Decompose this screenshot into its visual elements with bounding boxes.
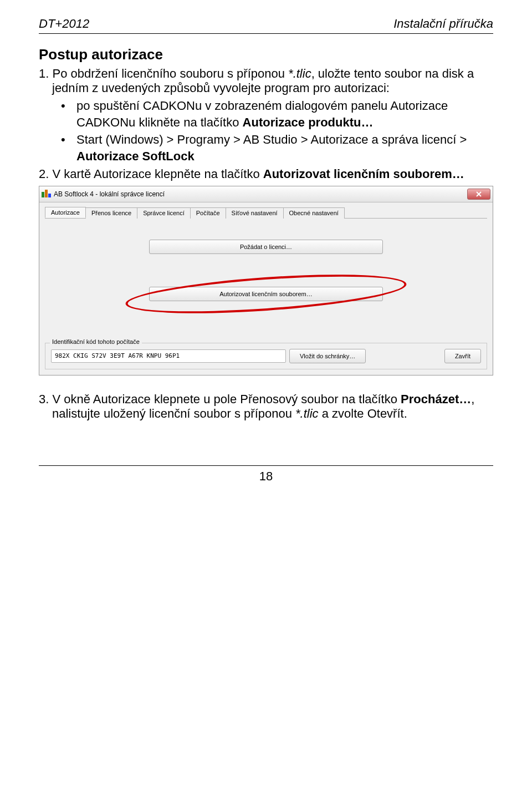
request-license-button[interactable]: Požádat o licenci… xyxy=(149,240,383,254)
step-2-prefix: 2. V kartě Autorizace klepněte na tlačít… xyxy=(39,167,263,181)
document-page: DT+2012 Instalační příručka Postup autor… xyxy=(0,0,532,812)
tab-obecne-nastaveni[interactable]: Obecné nastavení xyxy=(283,207,345,219)
page-number: 18 xyxy=(259,469,273,483)
tab-spravce-licenci[interactable]: Správce licencí xyxy=(137,207,191,219)
bullet-2-bold: Autorizace SoftLock xyxy=(76,149,195,163)
header-rule xyxy=(39,33,493,34)
id-code-group: Identifikační kód tohoto počítače 982X C… xyxy=(45,343,487,369)
dialog-window: AB Softlock 4 - lokální správce licencí … xyxy=(39,186,493,375)
dialog-body: Autorizace Přenos licence Správce licenc… xyxy=(39,202,493,375)
step-2: 2. V kartě Autorizace klepněte na tlačít… xyxy=(52,167,493,181)
step-3: 3. V okně Autorizace klepnete u pole Pře… xyxy=(52,392,493,421)
step-3-prefix: 3. V okně Autorizace klepnete u pole Pře… xyxy=(39,392,401,406)
clipboard-button[interactable]: Vložit do schránky… xyxy=(289,349,366,363)
tab-strip: Autorizace Přenos licence Správce licenc… xyxy=(45,207,487,219)
authorize-file-button[interactable]: Autorizovat licenčním souborem… xyxy=(149,287,383,301)
app-icon xyxy=(42,190,50,199)
tab-prenos-licence[interactable]: Přenos licence xyxy=(85,207,137,219)
authorize-area: Autorizovat licenčním souborem… xyxy=(67,282,465,306)
page-footer: 18 xyxy=(39,465,493,484)
header-right: Instalační příručka xyxy=(393,17,493,31)
bullet-list: po spuštění CADKONu v zobrazeném dialogo… xyxy=(61,98,493,165)
bullet-2-text: Start (Windows) > Programy > AB Studio >… xyxy=(76,133,467,146)
close-icon xyxy=(475,191,482,197)
close-dialog-button[interactable]: Zavřít xyxy=(444,349,481,363)
tab-pocitace[interactable]: Počítače xyxy=(190,207,226,219)
step-3-ext: *.tlic xyxy=(295,407,319,420)
step-1-ext: *.tlic xyxy=(288,67,311,80)
bullet-1-bold: Autorizace produktu… xyxy=(243,115,374,129)
titlebar: AB Softlock 4 - lokální správce licencí xyxy=(39,186,493,202)
step-3-bold1: Procházet… xyxy=(401,392,471,406)
step-3-tail: a zvolte Otevřít. xyxy=(319,407,407,420)
bullet-1: po spuštění CADKONu v zobrazeném dialogo… xyxy=(61,98,493,130)
step-1-prefix: 1. Po obdržení licenčního souboru s příp… xyxy=(39,67,288,80)
running-header: DT+2012 Instalační příručka xyxy=(39,17,493,31)
bullet-2: Start (Windows) > Programy > AB Studio >… xyxy=(61,131,493,164)
dialog-middle: Požádat o licenci… Autorizovat licenčním… xyxy=(45,229,487,339)
window-title: AB Softlock 4 - lokální správce licencí xyxy=(54,190,467,198)
id-code-legend: Identifikační kód tohoto počítače xyxy=(50,338,142,345)
id-code-row: 982X CKIG S72V 3E9T A67R KNPU 96P1 Vloži… xyxy=(51,349,481,363)
close-button[interactable] xyxy=(467,189,490,200)
step-2-bold: Autorizovat licenčním souborem… xyxy=(263,167,464,181)
header-left: DT+2012 xyxy=(39,17,89,31)
tab-sitove-nastaveni[interactable]: Síťové nastavení xyxy=(226,207,284,219)
step-1: 1. Po obdržení licenčního souboru s příp… xyxy=(52,67,493,95)
tab-autorizace[interactable]: Autorizace xyxy=(45,207,86,218)
id-code-field[interactable]: 982X CKIG S72V 3E9T A67R KNPU 96P1 xyxy=(51,349,286,363)
section-title: Postup autorizace xyxy=(39,46,493,63)
